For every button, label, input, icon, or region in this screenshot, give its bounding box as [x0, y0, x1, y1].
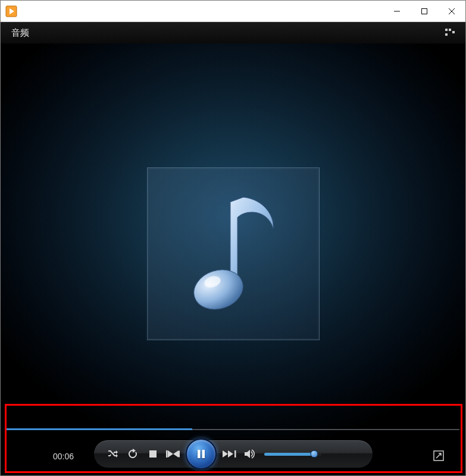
volume-thumb[interactable] [310, 450, 318, 458]
svg-rect-6 [445, 29, 448, 31]
seek-bar[interactable] [7, 428, 459, 431]
playback-controls [93, 440, 373, 468]
svg-rect-3 [422, 8, 427, 14]
stop-button[interactable] [144, 445, 162, 463]
close-button[interactable] [438, 2, 465, 20]
svg-marker-20 [228, 450, 233, 458]
svg-point-11 [203, 274, 222, 290]
seek-progress [7, 428, 192, 430]
svg-rect-9 [445, 33, 448, 36]
svg-rect-21 [234, 450, 236, 458]
svg-rect-8 [452, 31, 455, 33]
time-elapsed: 00:06 [53, 452, 74, 461]
window-controls [383, 2, 465, 20]
shuffle-button[interactable] [104, 445, 121, 463]
media-player-window: 音频 [0, 0, 466, 476]
now-playing-area: 00:06 [1, 43, 465, 475]
titlebar[interactable] [1, 1, 465, 22]
fullscreen-button[interactable] [433, 450, 445, 462]
header-title: 音频 [11, 27, 29, 39]
svg-marker-19 [223, 450, 228, 458]
library-view-toggle-icon[interactable] [445, 27, 455, 38]
svg-marker-22 [245, 450, 250, 458]
svg-rect-13 [166, 450, 168, 458]
album-art-placeholder [147, 167, 320, 340]
svg-rect-18 [202, 450, 205, 458]
svg-marker-14 [168, 450, 173, 458]
svg-rect-12 [149, 450, 157, 458]
maximize-button[interactable] [411, 2, 438, 20]
mute-button[interactable] [240, 445, 258, 463]
music-note-icon [184, 191, 282, 316]
header-bar: 音频 [1, 22, 465, 43]
svg-rect-7 [449, 29, 451, 31]
previous-button[interactable] [164, 445, 182, 463]
seek-track [7, 429, 459, 430]
app-icon [5, 5, 17, 17]
play-pause-button[interactable] [186, 438, 217, 469]
svg-point-10 [189, 263, 248, 315]
repeat-button[interactable] [124, 445, 142, 463]
next-button[interactable] [220, 445, 238, 463]
volume-slider[interactable] [264, 453, 321, 456]
svg-rect-17 [198, 450, 201, 458]
minimize-button[interactable] [383, 2, 411, 20]
